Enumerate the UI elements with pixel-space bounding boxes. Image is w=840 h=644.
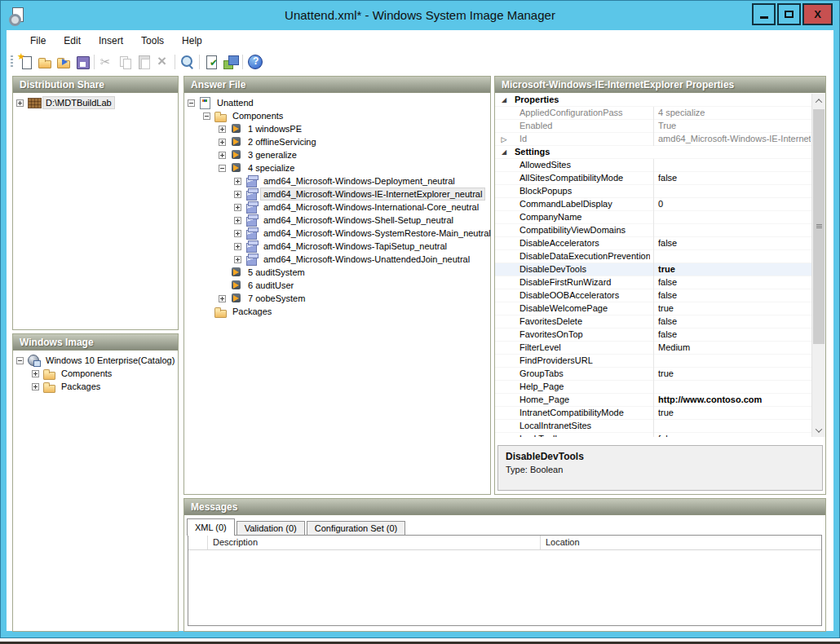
answer-file-tree-item[interactable]: amd64_Microsoft-Windows-IE-InternetExplo… — [186, 187, 490, 201]
property-row[interactable]: CommandLabelDisplay0 — [495, 198, 825, 211]
property-row[interactable]: EnabledTrue — [495, 120, 825, 133]
answer-file-tree-item[interactable]: 5 auditSystem — [186, 266, 490, 279]
property-row[interactable]: AllSitesCompatibilityModefalse — [495, 172, 825, 185]
collapse-section-icon[interactable]: ◢ — [495, 94, 513, 107]
property-row[interactable]: AppliedConfigurationPass4 specialize — [495, 107, 825, 120]
property-value[interactable]: false — [653, 237, 811, 250]
find-icon[interactable] — [179, 54, 196, 70]
property-row[interactable]: LocalIntranetSites — [495, 420, 825, 433]
expand-icon[interactable] — [234, 204, 241, 211]
menu-item-insert[interactable]: Insert — [90, 32, 132, 50]
property-row[interactable]: FilterLevelMedium — [495, 342, 825, 355]
property-section-row[interactable]: ◢Settings — [495, 146, 825, 159]
property-value[interactable]: false — [653, 276, 811, 289]
property-value[interactable] — [653, 420, 811, 433]
help-icon[interactable] — [246, 54, 263, 70]
scroll-up-button[interactable] — [812, 94, 825, 108]
config-set-icon[interactable] — [222, 54, 239, 70]
properties-scrollbar[interactable] — [811, 94, 825, 437]
collapse-icon[interactable] — [188, 99, 195, 107]
answer-file-tree-item[interactable]: 1 windowsPE — [186, 122, 490, 135]
property-value[interactable] — [653, 250, 811, 263]
distribution-share-tree-item[interactable]: D:\MDTBuildLab — [15, 96, 178, 109]
property-row[interactable]: CompanyName — [495, 211, 825, 224]
property-value[interactable]: false — [653, 315, 811, 329]
property-value[interactable]: false — [653, 172, 811, 185]
property-row[interactable]: Help_Page — [495, 381, 825, 394]
property-value[interactable]: true — [653, 368, 811, 381]
expand-property-icon[interactable]: ▷ — [495, 133, 513, 146]
windows-image-tree-item[interactable]: Packages — [15, 380, 178, 393]
collapse-icon[interactable] — [16, 357, 24, 364]
answer-file-tree-item[interactable]: 6 auditUser — [186, 279, 490, 292]
validate-icon[interactable] — [203, 54, 220, 70]
expand-icon[interactable] — [234, 191, 241, 198]
property-value[interactable] — [653, 381, 811, 394]
property-row[interactable]: DisableDevToolstrue — [495, 263, 825, 276]
expand-icon[interactable] — [219, 139, 226, 146]
close-button[interactable]: X — [802, 3, 833, 25]
property-value[interactable]: false — [653, 433, 811, 437]
scrollbar-thumb[interactable] — [813, 109, 825, 344]
property-value[interactable]: Medium — [653, 342, 811, 355]
collapse-icon[interactable] — [219, 165, 226, 172]
property-value[interactable]: http://www.contoso.com — [653, 394, 811, 407]
answer-file-tree-item[interactable]: amd64_Microsoft-Windows-Deployment_neutr… — [186, 174, 490, 187]
property-row[interactable]: Home_Pagehttp://www.contoso.com — [495, 394, 825, 407]
property-value[interactable]: True — [653, 120, 811, 133]
collapse-section-icon[interactable]: ◢ — [495, 146, 513, 159]
property-value[interactable]: false — [653, 329, 811, 342]
answer-file-tree-item[interactable]: amd64_Microsoft-Windows-TapiSetup_neutra… — [186, 240, 490, 253]
property-row[interactable]: FavoritesDeletefalse — [495, 315, 825, 329]
property-row[interactable]: BlockPopups — [495, 185, 825, 198]
expand-icon[interactable] — [16, 99, 24, 107]
scroll-down-button[interactable] — [812, 423, 825, 437]
answer-file-tree-item[interactable]: Components — [186, 109, 490, 122]
property-row[interactable]: FindProvidersURL — [495, 355, 825, 368]
expand-icon[interactable] — [234, 230, 241, 237]
property-value[interactable]: 4 specialize — [653, 107, 811, 120]
expand-icon[interactable] — [219, 295, 226, 302]
property-value[interactable] — [653, 211, 811, 224]
windows-image-tree-item[interactable]: Components — [15, 367, 178, 380]
property-row[interactable]: ▷Idamd64_Microsoft-Windows-IE-InternetEx — [495, 133, 825, 146]
answer-file-tree-item[interactable]: Unattend — [186, 96, 490, 109]
property-value[interactable]: 0 — [653, 198, 811, 211]
maximize-button[interactable] — [777, 3, 801, 25]
answer-file-tree-item[interactable]: 3 generalize — [186, 148, 490, 161]
property-section-row[interactable]: ◢Properties — [495, 94, 825, 107]
tab-validation[interactable]: Validation (0) — [237, 521, 305, 536]
property-row[interactable]: FavoritesOnTopfalse — [495, 329, 825, 342]
menu-item-tools[interactable]: Tools — [132, 32, 173, 50]
expand-icon[interactable] — [219, 152, 226, 159]
windows-image-tree-item[interactable]: Windows 10 Enterprise(Catalog) — [15, 354, 178, 367]
property-row[interactable]: AllowedSites — [495, 159, 825, 172]
answer-file-tree-item[interactable]: 4 specialize — [186, 161, 490, 174]
property-row[interactable]: DisableWelcomePagetrue — [495, 302, 825, 315]
collapse-icon[interactable] — [203, 112, 210, 120]
property-value[interactable]: true — [653, 263, 811, 276]
property-row[interactable]: IntranetCompatibilityModetrue — [495, 407, 825, 420]
property-value[interactable]: false — [653, 289, 811, 302]
tab-configuration-set[interactable]: Configuration Set (0) — [307, 521, 406, 536]
expand-icon[interactable] — [234, 178, 241, 185]
menu-item-file[interactable]: File — [21, 32, 55, 50]
property-value[interactable]: true — [653, 302, 811, 315]
property-value[interactable] — [653, 355, 811, 368]
menu-item-edit[interactable]: Edit — [55, 32, 90, 50]
property-row[interactable]: LockToolbarsfalse — [495, 433, 825, 437]
property-row[interactable]: DisableAcceleratorsfalse — [495, 237, 825, 250]
save-icon[interactable] — [73, 54, 91, 70]
property-row[interactable]: DisableDataExecutionPrevention — [495, 250, 825, 263]
property-row[interactable]: DisableFirstRunWizardfalse — [495, 276, 825, 289]
answer-file-tree-item[interactable]: 2 offlineServicing — [186, 135, 490, 148]
property-value[interactable]: true — [653, 407, 811, 420]
expand-icon[interactable] — [32, 383, 39, 390]
expand-icon[interactable] — [32, 370, 39, 377]
property-value[interactable] — [653, 185, 811, 198]
property-row[interactable]: CompatibilityViewDomains — [495, 224, 825, 237]
property-value[interactable]: amd64_Microsoft-Windows-IE-InternetEx — [653, 133, 811, 146]
tab-xml[interactable]: XML (0) — [187, 518, 235, 536]
answer-file-tree-item[interactable]: amd64_Microsoft-Windows-International-Co… — [186, 201, 490, 214]
menu-item-help[interactable]: Help — [173, 32, 211, 50]
